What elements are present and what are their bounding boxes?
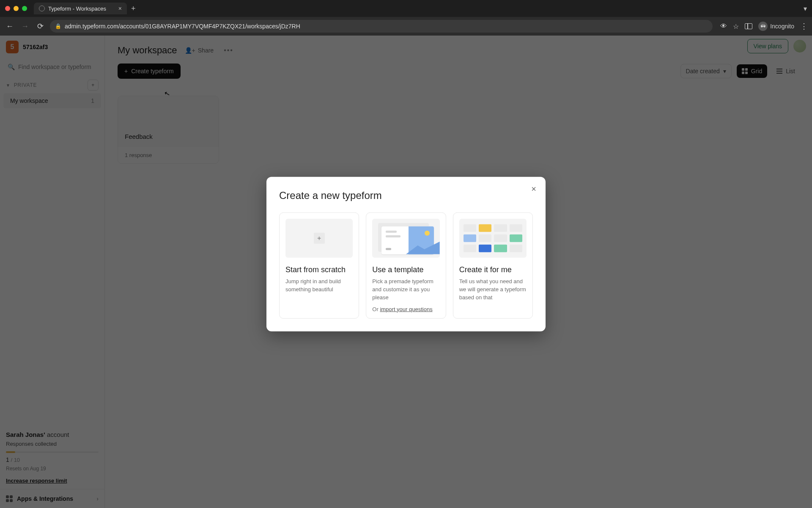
browser-tab[interactable]: Typeform - Workspaces × — [34, 3, 127, 14]
lock-icon: 🔒 — [55, 23, 61, 29]
forward-button[interactable]: → — [19, 22, 30, 31]
incognito-indicator[interactable]: 🕶 Incognito — [758, 22, 794, 31]
close-window-icon[interactable] — [5, 6, 10, 11]
card-desc: Tell us what you need and we will genera… — [459, 278, 527, 302]
url-text: admin.typeform.com/accounts/01G8AYRAP1MY… — [65, 23, 300, 30]
image-placeholder-icon — [409, 226, 434, 254]
bookmark-icon[interactable]: ☆ — [733, 22, 739, 30]
option-use-template[interactable]: Use a template Pick a premade typeform a… — [366, 213, 446, 319]
window-controls[interactable] — [5, 6, 27, 11]
incognito-label: Incognito — [770, 23, 794, 30]
card-desc: Jump right in and build something beauti… — [285, 278, 353, 294]
maximize-window-icon[interactable] — [22, 6, 27, 11]
browser-titlebar: Typeform - Workspaces × + ▾ — [0, 0, 812, 17]
card-extra: Or import your questions — [372, 306, 439, 312]
address-bar[interactable]: 🔒 admin.typeform.com/accounts/01G8AYRAP1… — [50, 20, 713, 33]
eye-off-icon[interactable]: 👁 — [720, 22, 727, 30]
side-panel-icon[interactable] — [745, 23, 752, 29]
tab-strip: Typeform - Workspaces × + — [34, 3, 136, 14]
modal-close-button[interactable]: × — [528, 183, 540, 195]
browser-toolbar: ← → ⟳ 🔒 admin.typeform.com/accounts/01G8… — [0, 17, 812, 36]
option-start-from-scratch[interactable]: + Start from scratch Jump right in and b… — [279, 213, 359, 319]
template-thumb — [372, 219, 439, 258]
scratch-thumb: + — [285, 219, 353, 258]
card-title: Create it for me — [459, 265, 527, 274]
plus-tile-icon: + — [314, 233, 325, 244]
minimize-window-icon[interactable] — [14, 6, 19, 11]
generate-thumb — [459, 219, 527, 258]
card-desc: Pick a premade typeform and customize it… — [372, 278, 439, 302]
tabs-overflow-icon[interactable]: ▾ — [804, 5, 807, 13]
incognito-icon: 🕶 — [758, 22, 768, 31]
tab-close-icon[interactable]: × — [118, 5, 122, 12]
import-questions-link[interactable]: import your questions — [380, 306, 432, 312]
reload-button[interactable]: ⟳ — [35, 22, 46, 31]
tab-title: Typeform - Workspaces — [48, 6, 106, 12]
tab-favicon-icon — [39, 6, 45, 11]
modal-title: Create a new typeform — [279, 190, 533, 202]
card-title: Start from scratch — [285, 265, 353, 274]
card-title: Use a template — [372, 265, 439, 274]
browser-menu-button[interactable]: ⋮ — [800, 22, 808, 31]
create-typeform-modal: × Create a new typeform + Start from scr… — [266, 177, 546, 331]
new-tab-button[interactable]: + — [131, 4, 136, 13]
option-create-for-me[interactable]: Create it for me Tell us what you need a… — [453, 213, 533, 319]
back-button[interactable]: ← — [4, 22, 15, 31]
